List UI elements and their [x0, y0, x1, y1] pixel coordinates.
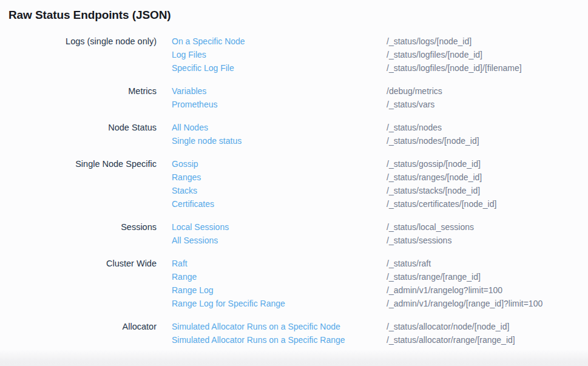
- endpoint-path: /_status/logfiles/[node_id]: [387, 48, 588, 61]
- category-label: Cluster Wide: [0, 257, 157, 270]
- endpoint-path: /_status/local_sessions: [387, 220, 588, 234]
- endpoint-link[interactable]: Stacks: [172, 184, 371, 197]
- endpoint-path: /_status/sessions: [387, 234, 588, 247]
- endpoint-group: Logs (single node only) On a Specific No…: [0, 35, 588, 75]
- endpoint-group: Sessions Local Sessions /_status/local_s…: [0, 220, 588, 247]
- endpoint-path: /_status/allocator/node/[node_id]: [387, 320, 588, 333]
- endpoint-link[interactable]: Specific Log File: [172, 61, 371, 75]
- endpoint-link[interactable]: All Nodes: [172, 121, 371, 134]
- endpoint-link[interactable]: Prometheus: [172, 98, 371, 111]
- endpoint-path: /_status/allocator/range/[range_id]: [387, 333, 588, 347]
- category-label: Logs (single node only): [0, 35, 157, 48]
- endpoint-path: /_status/range/[range_id]: [387, 270, 588, 283]
- endpoint-path: /_admin/v1/rangelog?limit=100: [387, 283, 588, 297]
- endpoint-path: /_admin/v1/rangelog/[range_id]?limit=100: [387, 297, 588, 310]
- category-label: Node Status: [0, 121, 157, 134]
- endpoint-link[interactable]: On a Specific Node: [172, 35, 371, 48]
- endpoint-path: /_status/stacks/[node_id]: [387, 184, 588, 197]
- endpoint-path: /_status/nodes/[node_id]: [387, 134, 588, 147]
- endpoint-link[interactable]: Range: [172, 270, 371, 283]
- endpoint-link[interactable]: Certificates: [172, 197, 371, 211]
- raw-status-endpoints-page: Raw Status Endpoints (JSON) Logs (single…: [0, 8, 588, 347]
- endpoint-link[interactable]: Raft: [172, 257, 371, 270]
- endpoint-link[interactable]: Ranges: [172, 171, 371, 184]
- endpoint-group: Cluster Wide Raft /_status/raft Range /_…: [0, 257, 588, 310]
- endpoint-path: /_status/raft: [387, 257, 588, 270]
- endpoint-path: /_status/vars: [387, 98, 588, 111]
- endpoint-link[interactable]: Simulated Allocator Runs on a Specific N…: [172, 320, 371, 333]
- category-label: Allocator: [0, 320, 157, 333]
- category-label: Metrics: [0, 84, 157, 98]
- endpoint-group: Allocator Simulated Allocator Runs on a …: [0, 320, 588, 347]
- category-label: Sessions: [0, 220, 157, 234]
- endpoint-link[interactable]: Simulated Allocator Runs on a Specific R…: [172, 333, 371, 347]
- endpoint-link[interactable]: All Sessions: [172, 234, 371, 247]
- endpoint-link[interactable]: Range Log for Specific Range: [172, 297, 371, 310]
- endpoint-path: /_status/logs/[node_id]: [387, 35, 588, 48]
- endpoint-group: Metrics Variables /debug/metrics Prometh…: [0, 84, 588, 111]
- endpoint-path: /_status/ranges/[node_id]: [387, 171, 588, 184]
- endpoint-link[interactable]: Log Files: [172, 48, 371, 61]
- category-label: Single Node Specific: [0, 157, 157, 171]
- endpoint-path: /debug/metrics: [387, 84, 588, 98]
- endpoint-group: Node Status All Nodes /_status/nodes Sin…: [0, 121, 588, 147]
- endpoint-path: /_status/gossip/[node_id]: [387, 157, 588, 171]
- endpoint-group: Single Node Specific Gossip /_status/gos…: [0, 157, 588, 211]
- endpoint-path: /_status/certificates/[node_id]: [387, 197, 588, 211]
- endpoint-link[interactable]: Range Log: [172, 283, 371, 297]
- footer-strip: [0, 350, 588, 366]
- endpoint-link[interactable]: Gossip: [172, 157, 371, 171]
- endpoint-link[interactable]: Local Sessions: [172, 220, 371, 234]
- endpoint-link[interactable]: Variables: [172, 84, 371, 98]
- endpoint-path: /_status/logfiles/[node_id]/[filename]: [387, 61, 588, 75]
- endpoint-groups: Logs (single node only) On a Specific No…: [0, 35, 588, 347]
- page-title: Raw Status Endpoints (JSON): [8, 8, 588, 22]
- endpoint-link[interactable]: Single node status: [172, 134, 371, 147]
- endpoint-path: /_status/nodes: [387, 121, 588, 134]
